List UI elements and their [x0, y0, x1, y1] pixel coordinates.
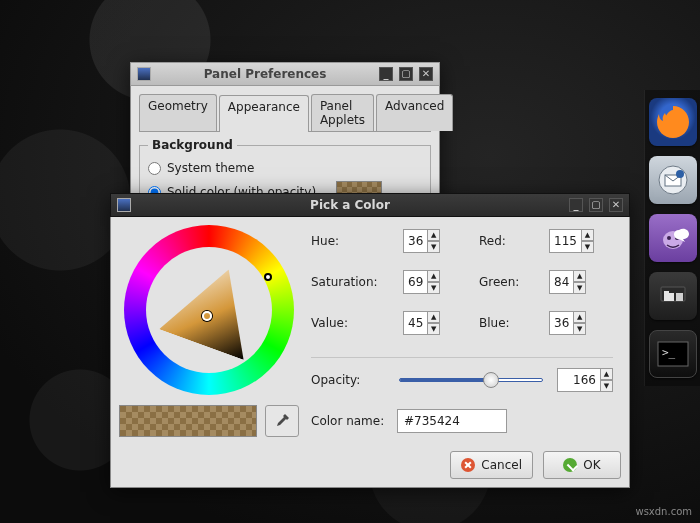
opacity-slider[interactable]: [399, 378, 543, 382]
opacity-thumb[interactable]: [483, 372, 499, 388]
val-spin[interactable]: ▲▼: [428, 311, 440, 335]
watermark: wsxdn.com: [635, 506, 692, 517]
val-input[interactable]: 45: [403, 311, 428, 335]
svg-point-4: [667, 236, 671, 240]
hue-input[interactable]: 36: [403, 229, 428, 253]
red-label: Red:: [479, 234, 537, 248]
sat-spin[interactable]: ▲▼: [428, 270, 440, 294]
close-button[interactable]: ✕: [419, 67, 433, 81]
maximize-button[interactable]: ▢: [399, 67, 413, 81]
color-picker-window: Pick a Color _ ▢ ✕ Hue: [110, 193, 630, 488]
cancel-icon: [461, 458, 475, 472]
ok-label: OK: [583, 458, 600, 472]
firefox-icon[interactable]: [649, 98, 697, 146]
tab-geometry[interactable]: Geometry: [139, 94, 217, 131]
svg-rect-8: [664, 291, 669, 294]
eyedropper-icon: [273, 412, 291, 430]
opacity-fill: [400, 378, 491, 382]
terminal-icon[interactable]: >_: [649, 330, 697, 378]
radio-system-theme-input[interactable]: [148, 162, 161, 175]
window-icon: [117, 198, 131, 212]
color-body: Hue: 36▲▼ Red: 115▲▼ Saturation: 69▲▼ Gr…: [110, 217, 630, 488]
svg-rect-7: [664, 293, 674, 301]
prefs-tabs: Geometry Appearance Panel Applets Advanc…: [139, 94, 431, 132]
colorname-input[interactable]: #735424: [397, 409, 507, 433]
opacity-spin[interactable]: ▲▼: [601, 368, 613, 392]
radio-system-theme[interactable]: System theme: [148, 158, 422, 178]
blue-input[interactable]: 36: [549, 311, 574, 335]
radio-system-theme-label: System theme: [167, 161, 254, 175]
color-wheel[interactable]: [124, 225, 294, 395]
blue-spin[interactable]: ▲▼: [574, 311, 586, 335]
sat-label: Saturation:: [311, 275, 391, 289]
minimize-button[interactable]: _: [379, 67, 393, 81]
cancel-label: Cancel: [481, 458, 522, 472]
opacity-input[interactable]: 166: [557, 368, 601, 392]
window-icon: [137, 67, 151, 81]
val-label: Value:: [311, 316, 391, 330]
prefs-titlebar[interactable]: Panel Preferences _ ▢ ✕: [130, 62, 440, 86]
red-spin[interactable]: ▲▼: [582, 229, 594, 253]
green-input[interactable]: 84: [549, 270, 574, 294]
maximize-button[interactable]: ▢: [589, 198, 603, 212]
tab-applets[interactable]: Panel Applets: [311, 94, 374, 131]
opacity-label: Opacity:: [311, 373, 385, 387]
svg-point-2: [676, 170, 684, 178]
dock-panel: >_: [644, 90, 700, 386]
svg-text:>_: >_: [662, 346, 676, 359]
mail-icon[interactable]: [649, 156, 697, 204]
tab-advanced[interactable]: Advanced: [376, 94, 453, 131]
green-label: Green:: [479, 275, 537, 289]
ok-button[interactable]: OK: [543, 451, 621, 479]
background-legend: Background: [148, 138, 237, 152]
color-titlebar[interactable]: Pick a Color _ ▢ ✕: [110, 193, 630, 217]
cancel-button[interactable]: Cancel: [450, 451, 533, 479]
current-color-swatch: [119, 405, 257, 437]
blue-label: Blue:: [479, 316, 537, 330]
minimize-button[interactable]: _: [569, 198, 583, 212]
eyedropper-button[interactable]: [265, 405, 299, 437]
colorname-label: Color name:: [311, 414, 385, 428]
sat-input[interactable]: 69: [403, 270, 428, 294]
sv-cursor[interactable]: [202, 311, 212, 321]
hue-spin[interactable]: ▲▼: [428, 229, 440, 253]
hue-marker[interactable]: [264, 273, 272, 281]
color-title: Pick a Color: [137, 198, 563, 212]
svg-rect-9: [676, 293, 683, 301]
red-input[interactable]: 115: [549, 229, 582, 253]
file-manager-icon[interactable]: [649, 272, 697, 320]
ok-icon: [563, 458, 577, 472]
green-spin[interactable]: ▲▼: [574, 270, 586, 294]
tab-appearance[interactable]: Appearance: [219, 95, 309, 132]
prefs-title: Panel Preferences: [157, 67, 373, 81]
close-button[interactable]: ✕: [609, 198, 623, 212]
pidgin-icon[interactable]: [649, 214, 697, 262]
hue-label: Hue:: [311, 234, 391, 248]
